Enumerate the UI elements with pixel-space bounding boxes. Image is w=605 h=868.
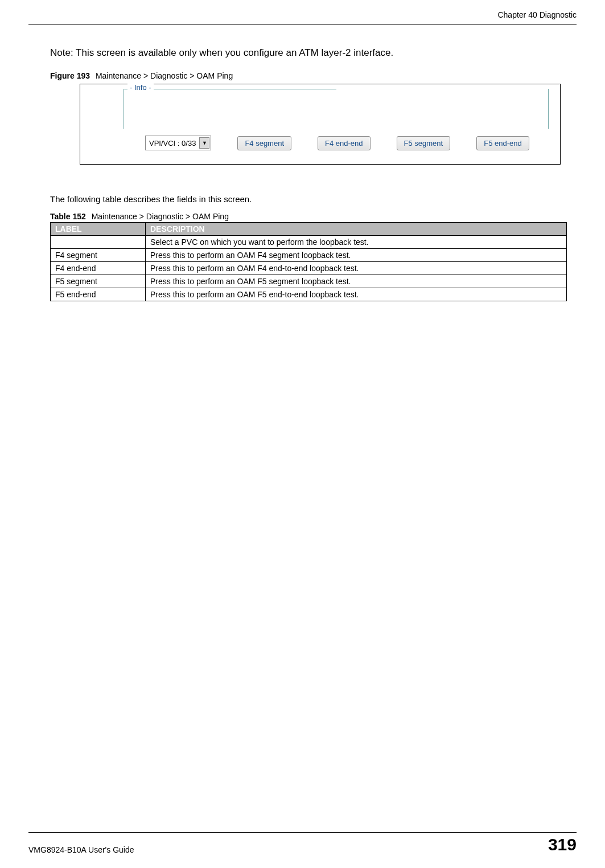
cell-desc: Press this to perform an OAM F4 end-to-e…: [146, 262, 567, 275]
f5-segment-button[interactable]: F5 segment: [397, 136, 451, 150]
page-footer: VMG8924-B10A User's Guide 319: [28, 832, 577, 854]
cell-label: [51, 236, 146, 249]
cell-label: F5 end-end: [51, 288, 146, 301]
figure-label: Figure 193: [50, 71, 90, 80]
description-table: LABEL DESCRIPTION Select a PVC on which …: [50, 222, 567, 301]
col-header-label: LABEL: [51, 223, 146, 236]
vpi-vci-value: VPI/VCI : 0/33: [149, 139, 196, 148]
table-row: F4 end-end Press this to perform an OAM …: [51, 262, 567, 275]
cell-desc: Press this to perform an OAM F5 segment …: [146, 275, 567, 288]
cell-desc: Select a PVC on which you want to perfor…: [146, 236, 567, 249]
chapter-header: Chapter 40 Diagnostic: [28, 10, 577, 19]
cell-desc: Press this to perform an OAM F4 segment …: [146, 249, 567, 262]
note-text: Note: This screen is available only when…: [50, 47, 577, 59]
table-row: Select a PVC on which you want to perfor…: [51, 236, 567, 249]
table-row: F5 segment Press this to perform an OAM …: [51, 275, 567, 288]
chevron-down-icon: ▼: [199, 137, 209, 149]
page-number: 319: [548, 835, 577, 854]
f4-end-end-button[interactable]: F4 end-end: [318, 136, 371, 150]
f5-end-end-button[interactable]: F5 end-end: [476, 136, 529, 150]
info-panel: - Info -: [124, 89, 549, 129]
f4-segment-button[interactable]: F4 segment: [237, 136, 291, 150]
table-row: F5 end-end Press this to perform an OAM …: [51, 288, 567, 301]
table-label: Table 152: [50, 212, 86, 221]
figure-title: Maintenance > Diagnostic > OAM Ping: [96, 71, 233, 80]
table-row: F4 segment Press this to perform an OAM …: [51, 249, 567, 262]
cell-label: F5 segment: [51, 275, 146, 288]
header-rule: [28, 24, 577, 24]
cell-desc: Press this to perform an OAM F5 end-to-e…: [146, 288, 567, 301]
figure-caption: Figure 193 Maintenance > Diagnostic > OA…: [50, 71, 577, 80]
table-header-row: LABEL DESCRIPTION: [51, 223, 567, 236]
table-caption: Table 152 Maintenance > Diagnostic > OAM…: [50, 212, 577, 221]
table-intro-text: The following table describes the fields…: [50, 194, 577, 204]
cell-label: F4 segment: [51, 249, 146, 262]
table-title: Maintenance > Diagnostic > OAM Ping: [92, 212, 229, 221]
figure-screenshot: - Info - VPI/VCI : 0/33 ▼ F4 segment F4 …: [80, 84, 561, 165]
cell-label: F4 end-end: [51, 262, 146, 275]
info-panel-label: - Info -: [127, 83, 154, 92]
footer-rule: [28, 832, 577, 833]
vpi-vci-select[interactable]: VPI/VCI : 0/33 ▼: [145, 136, 211, 150]
col-header-description: DESCRIPTION: [146, 223, 567, 236]
footer-guide-name: VMG8924-B10A User's Guide: [28, 845, 134, 854]
